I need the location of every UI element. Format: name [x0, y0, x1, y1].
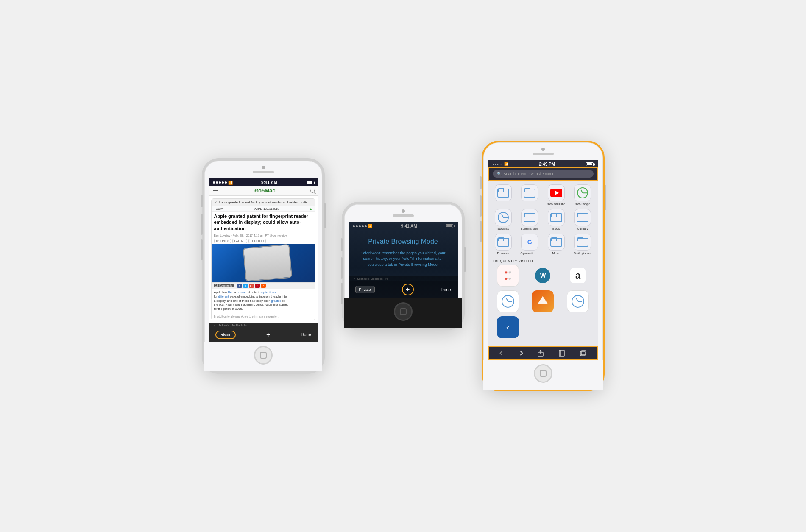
home-button-inner-2 [400, 308, 407, 315]
phone2-top [344, 204, 462, 222]
applications-link[interactable]: applications [260, 291, 276, 294]
bookmark-label-3: 9to5Google [575, 203, 590, 206]
bookmark-item-10[interactable]: Music [545, 234, 568, 255]
reddit-icon[interactable]: r [261, 284, 266, 288]
tag-touchid[interactable]: TOUCH ID [248, 239, 266, 243]
battery-icon-3 [586, 162, 594, 166]
meta-today: TODAY [214, 207, 224, 210]
intuit-check: ✓ [506, 324, 510, 330]
comments-badge[interactable]: 18 Comments [214, 284, 234, 287]
bookmark-icon-3 [574, 184, 591, 201]
freq-item-wp[interactable]: W [527, 265, 559, 288]
home-button-3[interactable] [534, 364, 552, 383]
tag-iphone8[interactable]: IPHONE 8 [214, 239, 231, 243]
phone-2: 📶 9:41 AM Private Browsing Mode Safari w… [342, 202, 465, 331]
search-icon-1[interactable] [310, 189, 315, 193]
back-button[interactable] [500, 351, 504, 355]
facebook-icon[interactable]: f [237, 284, 242, 288]
phone3-bottom [483, 360, 603, 390]
status-bar-2: 📶 9:41 AM [349, 222, 458, 229]
freq-icon-clock1 [497, 290, 519, 312]
cloud-bar-2: ☁ Michael's MacBook Pro [349, 276, 458, 281]
signal-dot [216, 181, 218, 184]
power-button-3 [605, 185, 606, 210]
phone1-navbar: 9to5Mac [209, 186, 318, 196]
home-button-1[interactable] [254, 346, 273, 365]
hamburger-line [213, 190, 218, 191]
plus-button-2-highlighted[interactable]: + [402, 284, 414, 295]
bookmark-item-11[interactable]: Smörgåsbord [571, 234, 594, 255]
bookmark-item-8[interactable]: Finances [492, 234, 515, 255]
right-status-2 [446, 224, 453, 228]
hamburger-icon[interactable] [212, 188, 219, 193]
freq-item-clock2[interactable] [562, 290, 594, 314]
bookmark-label-11: Smörgåsbord [574, 252, 591, 255]
phone-1: 📶 9:41 AM 9to5Mac ✕ Apple granted [202, 158, 325, 374]
status-bar-3: ●●●○○ 📶 2:49 PM [488, 160, 598, 167]
freq-item-intuit[interactable]: ✓ [492, 316, 524, 340]
freq-icon-hearts: ♥ ♥ ♥ ♥ [497, 265, 519, 287]
chevron-left-icon [499, 351, 504, 355]
heart-red-2: ♥ [505, 276, 508, 282]
pinterest-icon[interactable]: P [255, 284, 260, 288]
camera-dot [262, 166, 265, 169]
bookmark-item-4[interactable]: 9to5Mac [492, 209, 515, 230]
bookmark-label-5: Bookmarklets [521, 227, 538, 230]
clock-blue-freq [502, 295, 514, 308]
battery-fill-3 [587, 163, 592, 165]
bookmark-item-3[interactable]: 9to5Google [571, 184, 594, 206]
site-logo-1: 9to5Mac [221, 187, 308, 194]
filed-link[interactable]: filed [228, 291, 234, 294]
googleplus-icon[interactable]: g+ [249, 284, 254, 288]
freq-icon-polygon [532, 290, 554, 312]
close-tab-icon[interactable]: ✕ [214, 201, 217, 204]
freq-icon-intuit: ✓ [497, 316, 519, 338]
signal-dot-2 [362, 225, 364, 227]
search-bar-3[interactable]: 🔍 Search or enter website name [493, 170, 594, 178]
freq-item-clock1[interactable] [492, 290, 524, 314]
folder-icon-1 [524, 188, 535, 198]
camera-dot-3 [541, 148, 545, 151]
tab-card-1[interactable]: ✕ Apple granted patent for fingerprint r… [211, 198, 315, 320]
tabs-button[interactable] [580, 350, 586, 356]
right-status-3 [586, 162, 594, 166]
granted-link[interactable]: granted [271, 299, 281, 302]
amazon-icon: a [570, 268, 586, 283]
book-icon [559, 350, 565, 357]
bookmark-item-5[interactable]: Bookmarklets [518, 209, 541, 230]
bookmark-item-2[interactable]: 9to5 YouTube [545, 184, 568, 206]
private-button-2[interactable]: Private [355, 286, 375, 293]
bookmark-item-7[interactable]: Culinary [571, 209, 594, 230]
private-button-1[interactable]: Private [215, 331, 236, 339]
freq-item-hearts[interactable]: ♥ ♥ ♥ ♥ [492, 265, 524, 288]
home-button-2[interactable] [394, 302, 413, 321]
number-link[interactable]: number [237, 291, 247, 294]
folder-icon-0 [497, 188, 509, 198]
bookmark-item-6[interactable]: Blogs [545, 209, 568, 230]
bookmark-item-1[interactable] [518, 184, 541, 206]
freq-clock-hand-m [508, 301, 512, 302]
signal-dot-2 [359, 225, 361, 227]
freq-item-polygon[interactable] [527, 290, 559, 314]
twitter-icon[interactable]: t [243, 284, 248, 288]
freq-item-amazon[interactable]: a [562, 265, 594, 288]
share-button[interactable] [538, 350, 544, 357]
power-button-2 [464, 247, 466, 272]
tag-patent[interactable]: PATENT [232, 239, 247, 243]
meta-stock: AAPL: 137.11 0.18 [254, 207, 279, 210]
phone3-top [483, 142, 603, 160]
bookmark-label-10: Music [552, 252, 560, 255]
folder-icon-7 [577, 213, 588, 222]
battery-fill [307, 181, 312, 184]
signal-dot [222, 181, 224, 184]
forward-button[interactable] [519, 351, 522, 355]
bookmark-item-9[interactable]: G GymnasticBodies [518, 234, 541, 255]
polygon-svg [537, 295, 549, 307]
bookmark-item-0[interactable] [492, 184, 515, 206]
done-button-2[interactable]: Done [441, 287, 451, 292]
bookmarks-button[interactable] [559, 350, 565, 357]
plus-button-1[interactable]: + [266, 331, 270, 339]
different-link[interactable]: different [218, 295, 229, 298]
hamburger-line [213, 192, 218, 192]
done-button-1[interactable]: Done [301, 332, 311, 337]
